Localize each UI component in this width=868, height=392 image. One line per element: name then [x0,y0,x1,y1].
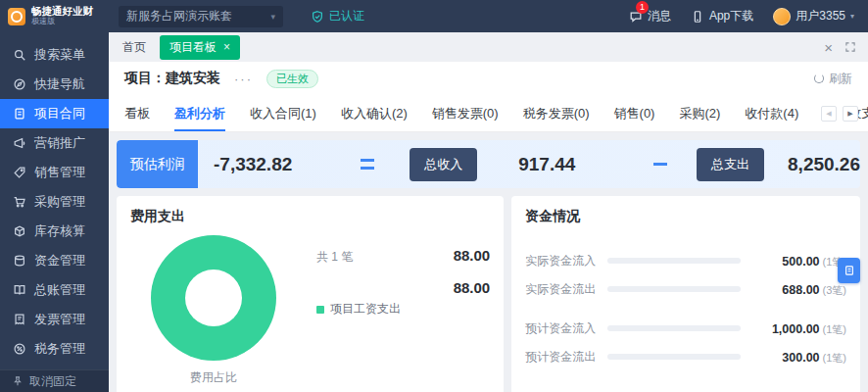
account-name: 新服务占网演示账套 [126,8,232,24]
fund-amount: 300.00 [782,351,819,365]
subtab-income-confirm[interactable]: 收入确认(2) [341,95,408,131]
fund-amount: 688.00 [782,283,819,297]
legend-item-value: 88.00 [316,279,490,296]
app-download-button[interactable]: App下载 [691,8,753,24]
expense-count: 共 1 笔 [316,249,353,266]
legend-item[interactable]: 项目工资支出 [316,301,490,318]
tab-strip: 首页 项目看板 × × [109,32,868,62]
expense-card: 费用支出 共 1 笔 88.00 88.00 项目工资支出 [117,196,504,392]
fund-bar-track [607,286,741,292]
cert-badge[interactable]: 已认证 [311,8,364,24]
total-income-value: 917.44 [518,154,626,175]
subtab-purchase[interactable]: 采购(2) [679,95,720,131]
sidebar-item-marketing[interactable]: 营销推广 [0,128,109,158]
topbar-right: 1 消息 App下载 用户3355 ▾ [629,8,868,25]
app-download-label: App下载 [709,8,753,24]
fund-bar-track [607,354,741,360]
sidebar-item-label: 资金管理 [34,252,85,270]
percent-icon [13,342,26,356]
scroll-left-icon[interactable]: ◀ [821,106,837,122]
sidebar-item-project-contract[interactable]: 项目合同 [0,99,109,128]
fund-row-planned-outflow: 预计资金流出 300.00(1笔) [525,347,846,367]
estimated-profit-value: -7,332.82 [214,154,329,175]
sidebar-item-general-ledger[interactable]: 总账管理 [0,275,109,305]
tab-project-board[interactable]: 项目看板 × [160,35,240,60]
fund-row-value: 500.00(1笔) [752,252,846,270]
compass-icon [13,77,26,91]
expand-icon[interactable] [844,41,856,53]
logo-icon [8,8,25,25]
equals-icon [361,159,374,170]
total-income-button[interactable]: 总收入 [410,148,477,181]
scroll-right-icon[interactable]: ▶ [843,106,858,122]
subtab-sales-invoice[interactable]: 销售发票(0) [432,95,499,131]
fund-amount: 500.00 [782,255,819,269]
unpin-label: 取消固定 [29,373,76,390]
logo-text: 畅捷通好业财 极速版 [31,6,93,25]
subtab-profit-analysis[interactable]: 盈利分析 [174,95,225,131]
fund-row-value: 688.00(3笔) [752,280,846,298]
sidebar-item-quick-nav[interactable]: 快捷导航 [0,70,109,99]
close-all-tabs-icon[interactable]: × [824,40,833,55]
sidebar-item-invoices[interactable]: 发票管理 [0,305,109,334]
more-actions-icon[interactable]: ··· [234,72,253,86]
sidebar-item-label: 发票管理 [34,311,85,328]
donut-chart[interactable] [151,235,276,361]
shield-icon [311,10,324,24]
funds-card: 资金情况 实际资金流入 500.00(1笔) 实际资金流出 688.00(3笔)… [511,196,860,392]
invoice-icon [13,313,26,326]
sidebar-item-funds[interactable]: 资金管理 [0,246,109,275]
sidebar-item-label: 税务管理 [34,340,85,358]
sidebar-item-inventory[interactable]: 库存核算 [0,217,109,246]
app-logo[interactable]: 畅捷通好业财 极速版 [0,6,109,25]
subtab-payments[interactable]: 收付款(4) [745,95,798,131]
subtab-sales[interactable]: 销售(0) [614,95,655,131]
megaphone-icon [13,136,26,150]
fund-bar-track [607,325,741,331]
fund-row-actual-inflow: 实际资金流入 500.00(1笔) [525,251,846,270]
subtab-scroll-arrows: ◀ ▶ [813,95,858,132]
chevron-down-icon: ▾ [850,12,854,21]
total-expense-value: 8,250.26 [788,154,860,175]
book-icon [13,283,26,297]
legend-marker [316,306,324,314]
logo-subtitle: 极速版 [31,18,93,26]
fund-row-label: 实际资金流出 [525,281,603,298]
sidebar-item-label: 库存核算 [34,222,85,240]
sidebar-item-search-menu[interactable]: 搜索菜单 [0,40,109,70]
pin-icon [12,375,24,387]
cards-row: 费用支出 共 1 笔 88.00 88.00 项目工资支出 [117,196,860,392]
tab-label: 项目看板 [169,39,217,56]
cert-badge-label: 已认证 [329,8,364,24]
subtab-tax-invoice[interactable]: 税务发票(0) [523,95,590,131]
sidebar-item-sales[interactable]: 销售管理 [0,158,109,187]
page-header-block: 项目：建筑安装 ··· 已生效 刷新 看板 盈利分析 收入合同(1) 收入确认(… [109,62,868,132]
legend-header: 共 1 笔 88.00 [316,247,490,266]
refresh-button[interactable]: 刷新 [814,71,852,87]
sidebar-items: 搜索菜单 快捷导航 项目合同 营销推广 销售管理 采购管理 库存核算 资金管理 [0,32,109,369]
fund-row-actual-outflow: 实际资金流出 688.00(3笔) [525,279,846,299]
expense-footer-label: 费用占比 [130,369,297,386]
subtab-board[interactable]: 看板 [124,95,150,131]
messages-label: 消息 [648,8,671,24]
expense-total: 88.00 [454,247,491,264]
fund-row-value: 300.00(1笔) [752,348,846,366]
tab-home[interactable]: 首页 [122,39,146,56]
messages-button[interactable]: 1 消息 [629,8,671,24]
subtab-income-contract[interactable]: 收入合同(1) [250,95,316,131]
feedback-button[interactable] [838,258,860,283]
sidebar-item-purchasing[interactable]: 采购管理 [0,187,109,217]
tab-close-icon[interactable]: × [223,40,230,54]
fund-row-label: 预计资金流出 [525,349,603,366]
fund-row-label: 实际资金流入 [525,253,603,270]
estimated-profit-button[interactable]: 预估利润 [117,140,198,188]
donut-chart-wrap [130,235,297,361]
account-selector[interactable]: 新服务占网演示账套 ▾ [119,6,283,27]
sidebar-item-tax[interactable]: 税务管理 [0,334,109,364]
unpin-button[interactable]: 取消固定 [0,369,109,392]
sidebar-item-label: 总账管理 [34,281,85,299]
sidebar-item-label: 销售管理 [34,164,85,181]
user-menu[interactable]: 用户3355 ▾ [773,8,854,25]
expense-legend: 共 1 笔 88.00 88.00 项目工资支出 [297,235,490,361]
total-expense-button[interactable]: 总支出 [697,148,764,181]
